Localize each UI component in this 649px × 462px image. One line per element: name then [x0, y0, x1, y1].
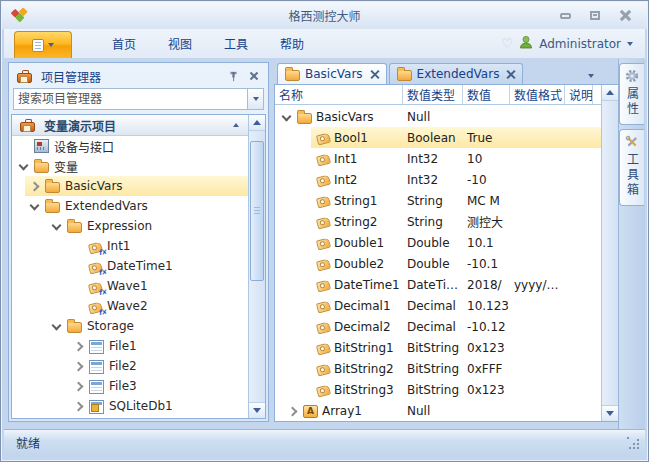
- panel-close-button[interactable]: [246, 69, 262, 84]
- tree-item-datetime1[interactable]: DateTime1: [12, 256, 265, 276]
- tree-item-file1[interactable]: File1: [12, 336, 265, 356]
- close-button[interactable]: [613, 8, 637, 24]
- caret-down-icon: [253, 97, 259, 101]
- tab-list-button[interactable]: [588, 74, 594, 78]
- side-tab-toolbox[interactable]: 工具箱: [619, 129, 644, 206]
- column-header-type[interactable]: 数值类型: [403, 85, 463, 104]
- expander-icon[interactable]: [71, 379, 87, 393]
- close-icon: [620, 10, 631, 21]
- title-bar[interactable]: 格西测控大师: [2, 2, 647, 29]
- folder-icon: [34, 162, 49, 173]
- user-menu[interactable]: Administrator: [539, 37, 621, 51]
- column-header-desc[interactable]: 说明: [565, 85, 593, 104]
- tree-item-extendedvars[interactable]: ExtendedVars: [12, 196, 265, 216]
- expander-icon[interactable]: [279, 110, 295, 124]
- grid-row-int2[interactable]: Int2 Int32-10: [275, 169, 601, 190]
- expander-icon[interactable]: [49, 319, 65, 333]
- expander-icon[interactable]: [49, 219, 65, 233]
- favorite-icon[interactable]: ♡: [502, 36, 514, 51]
- grid-header: 名称 数值类型 数值 数值格式 说明: [275, 85, 618, 105]
- tree-item-sqlitedb1[interactable]: SQLiteDb1: [12, 396, 265, 416]
- grid-scrollbar[interactable]: [601, 85, 618, 421]
- side-tab-strip: 属性 工具箱: [618, 59, 645, 429]
- tree-root-header[interactable]: 变量演示项目: [12, 115, 265, 136]
- grid-row-basicvars[interactable]: BasicVars Null: [275, 106, 601, 127]
- tag-icon: [316, 259, 331, 271]
- resize-grip[interactable]: [627, 437, 640, 450]
- tree-item-wave1[interactable]: Wave1: [12, 276, 265, 296]
- pin-button[interactable]: [225, 69, 241, 84]
- panel-title: 项目管理器: [41, 68, 101, 85]
- grid-row-bitstring3[interactable]: BitString3 BitString0x123: [275, 379, 601, 400]
- app-menu-button[interactable]: [14, 31, 72, 58]
- expander-icon[interactable]: [71, 359, 87, 373]
- grid-row-bool1[interactable]: Bool1 BooleanTrue: [275, 127, 601, 148]
- tree-item-expression[interactable]: Expression: [12, 216, 265, 236]
- device-icon: [34, 139, 49, 153]
- grid-row-double1[interactable]: Double1 Double10.1: [275, 232, 601, 253]
- tree-item-basicvars[interactable]: BasicVars: [12, 176, 265, 196]
- grid-row-string2[interactable]: String2 String测控大: [275, 211, 601, 232]
- grid-body: BasicVars Null Bool1 BooleanTrue Int1 In…: [275, 106, 601, 421]
- column-header-value[interactable]: 数值: [463, 85, 510, 104]
- tree-item-file3[interactable]: File3: [12, 376, 265, 396]
- grid-row-int1[interactable]: Int1 Int3210: [275, 148, 601, 169]
- tree-item-variables[interactable]: 变量: [12, 156, 265, 176]
- search-input[interactable]: [13, 88, 247, 110]
- column-header-name[interactable]: 名称: [275, 85, 403, 104]
- tree-item-storage[interactable]: Storage: [12, 316, 265, 336]
- tree-scrollbar[interactable]: [248, 115, 265, 418]
- ribbon-tab-view[interactable]: 视图: [152, 29, 208, 58]
- tag-fx-icon: [88, 241, 103, 254]
- scrollbar-down-button[interactable]: [249, 402, 265, 418]
- expander-icon[interactable]: [285, 404, 301, 418]
- minimize-button[interactable]: [553, 8, 577, 24]
- tabgroup-close-button[interactable]: [604, 71, 613, 80]
- tab-close-icon[interactable]: [506, 70, 515, 79]
- doc-tab-basicvars[interactable]: BasicVars: [277, 63, 387, 84]
- tag-fx-icon: [88, 301, 103, 314]
- doc-tab-extendedvars[interactable]: ExtendedVars: [389, 63, 524, 84]
- folder-icon: [67, 322, 82, 333]
- tree-item-int1[interactable]: Int1: [12, 236, 265, 256]
- expander-icon[interactable]: [27, 179, 43, 193]
- expander-icon[interactable]: [16, 159, 32, 173]
- grid-row-datetime1[interactable]: DateTime1 DateTi…2018/yyyy/…: [275, 274, 601, 295]
- grid-row-bitstring2[interactable]: BitString2 BitString0xFFF: [275, 358, 601, 379]
- tree-item-file2[interactable]: File2: [12, 356, 265, 376]
- ribbon-tab-help[interactable]: 帮助: [264, 29, 320, 58]
- scrollbar-up-button[interactable]: [602, 85, 618, 101]
- grid-row-decimal1[interactable]: Decimal1 Decimal10.123: [275, 295, 601, 316]
- expander-icon[interactable]: [27, 199, 43, 213]
- tree-item-wave2[interactable]: Wave2: [12, 296, 265, 316]
- tag-icon: [316, 385, 331, 397]
- app-menu-icon: [32, 39, 44, 52]
- scrollbar-up-button[interactable]: [249, 115, 265, 131]
- grid-row-bitstring1[interactable]: BitString1 BitString0x123: [275, 337, 601, 358]
- tag-icon: [316, 238, 331, 250]
- app-logo-icon: [10, 6, 29, 26]
- expander-icon[interactable]: [71, 399, 87, 413]
- column-header-format[interactable]: 数值格式: [510, 85, 565, 104]
- close-icon: [250, 72, 258, 80]
- tree-item-partial[interactable]: [12, 416, 265, 419]
- table-icon: [89, 340, 104, 354]
- grid-row-double2[interactable]: Double2 Double-10.1: [275, 253, 601, 274]
- side-tab-properties[interactable]: 属性: [619, 63, 644, 125]
- tree-item-devices[interactable]: 设备与接口: [12, 136, 265, 156]
- status-bar: 就绪: [4, 429, 645, 455]
- database-icon: [89, 400, 104, 414]
- scrollbar-thumb[interactable]: [250, 141, 264, 281]
- expander-icon[interactable]: [71, 339, 87, 353]
- grid-row-array1[interactable]: Array1 Null: [275, 400, 601, 421]
- search-dropdown-button[interactable]: [247, 88, 264, 110]
- grid-row-decimal2[interactable]: Decimal2 Decimal-10.12: [275, 316, 601, 337]
- ribbon-tab-home[interactable]: 首页: [96, 29, 152, 58]
- tab-close-icon[interactable]: [370, 70, 379, 79]
- variables-grid: 名称 数值类型 数值 数值格式 说明 BasicVars Null Bool1 …: [274, 84, 619, 422]
- grid-row-string1[interactable]: String1 StringMC M: [275, 190, 601, 211]
- maximize-button[interactable]: [583, 8, 607, 24]
- scrollbar-down-button[interactable]: [602, 405, 618, 421]
- ribbon-tab-tools[interactable]: 工具: [208, 29, 264, 58]
- gear-icon: [625, 69, 639, 83]
